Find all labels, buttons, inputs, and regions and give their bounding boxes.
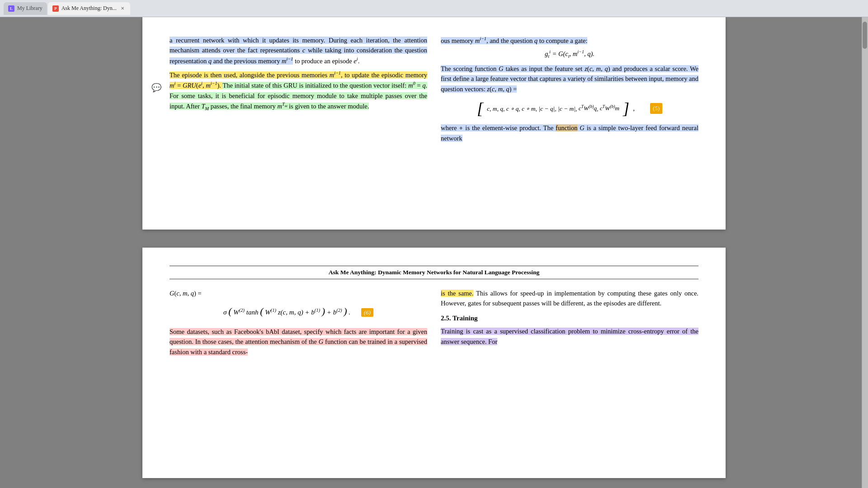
tab-pdf-label: Ask Me Anything: Dyn... [61,5,117,12]
content-area: 💬 a recurrent network with which it upda… [0,17,868,488]
para-training: Training is cast as a supervised classif… [441,326,698,347]
formula-G-definition: G(c, m, q) = [170,288,427,298]
formula-sigma-eq: σ ( W(2) tanh ( W(1) z(c, m, q) + b(1) )… [170,304,427,319]
para-ous-memory: ous memory mi−1, and the question q to c… [441,35,698,60]
W1-term: W [265,309,271,316]
tanh-term: tanh [246,309,260,316]
page1-columns: a recurrent network with which it update… [170,35,698,147]
open-paren-big: ( [228,305,231,317]
formula-m: m [183,290,187,297]
para-recurrent: a recurrent network with which it update… [170,35,427,66]
page1-col-left: a recurrent network with which it update… [170,35,427,147]
page2-columns: G(c, m, q) = σ ( W(2) tanh ( W(1) z(c, m… [170,288,698,361]
matrix-content: c, m, q, c ∘ q, c ∘ m, |c − q|, |c − m|,… [485,103,621,113]
section-25-training: 2.5. Training [441,313,698,324]
formula-dot: . [349,309,352,316]
formula-G-label: G [170,290,174,297]
formula-q: q [191,290,194,297]
page-title: Ask Me Anything: Dynamic Memory Networks… [329,269,539,276]
highlight-training: Training is cast as a supervised classif… [441,328,698,345]
sup-1: (1) [271,308,276,313]
comma1: , [179,290,183,297]
scrollbar-track[interactable] [862,17,868,488]
z-term: z [278,309,281,316]
bracket-left: [ [477,100,483,117]
pdf-page-1: 💬 a recurrent network with which it upda… [142,17,726,230]
eq-num-5: (5) [650,103,662,114]
sigma-sym: σ [223,309,226,316]
browser-chrome: L My Library P Ask Me Anything: Dyn... ✕ [0,0,868,17]
comment-icon[interactable]: 💬 [151,83,161,93]
highlight-function-word: function [556,124,577,131]
tab-bar: L My Library P Ask Me Anything: Dyn... ✕ [4,2,864,15]
text-to-produce: to produce an episode ei. [295,57,359,65]
tab-library-label: My Library [17,5,42,12]
close-paren: ) = [194,290,202,297]
formula-5: [ c, m, q, c ∘ q, c ∘ m, |c − q|, |c − m… [441,100,698,117]
page2-col-right: is the same. This allows for speed-up in… [441,288,698,361]
section-title-text: 2.5. Training [441,314,478,322]
tab-pdf[interactable]: P Ask Me Anything: Dyn... ✕ [48,2,130,15]
highlight-scoring: The scoring function G takes as input th… [441,65,698,93]
highlight-where: where ∘ is the element-wise product. The… [441,124,698,141]
highlight-ous-memory: ous memory mi−1, and the question q to c… [441,37,698,60]
highlight-some-datasets: Some datasets, such as Facebook's bAbI d… [170,328,427,356]
highlight-is-same: is the same. [441,290,473,297]
close-paren-inner: ) [322,305,325,317]
pdf-pages: 💬 a recurrent network with which it upda… [0,17,868,488]
para-some-datasets: Some datasets, such as Facebook's bAbI d… [170,327,427,357]
para-scoring: The scoring function G takes as input th… [441,64,698,94]
eq-num-6: (6) [361,308,373,317]
page-header: Ask Me Anything: Dynamic Memory Networks… [170,266,698,279]
comma2: , [188,290,191,297]
pdf-page-2: Ask Me Anything: Dynamic Memory Networks… [142,248,726,478]
close-paren-big: ) [344,305,347,317]
scrollbar-thumb[interactable] [863,22,867,49]
text-speed-up: This allows for speed-up in implementati… [441,290,698,307]
pdf-icon: P [52,5,59,12]
page1-col-right: ous memory mi−1, and the question q to c… [441,35,698,147]
para-where-circle: where ∘ is the element-wise product. The… [441,123,698,143]
sup-2: (2) [239,308,245,313]
open-paren-inner: ( [260,305,263,317]
tab-my-library[interactable]: L My Library [4,2,47,15]
bracket-right: ] [623,100,629,117]
W2-term: W [233,309,239,316]
page2-col-left: G(c, m, q) = σ ( W(2) tanh ( W(1) z(c, m… [170,288,427,361]
tab-close-button[interactable]: ✕ [119,5,126,12]
page-gap [36,239,832,248]
library-icon: L [8,5,14,12]
para-is-the-same: is the same. This allows for speed-up in… [441,288,698,309]
para-episode: The episode is then used, alongside the … [170,70,427,113]
